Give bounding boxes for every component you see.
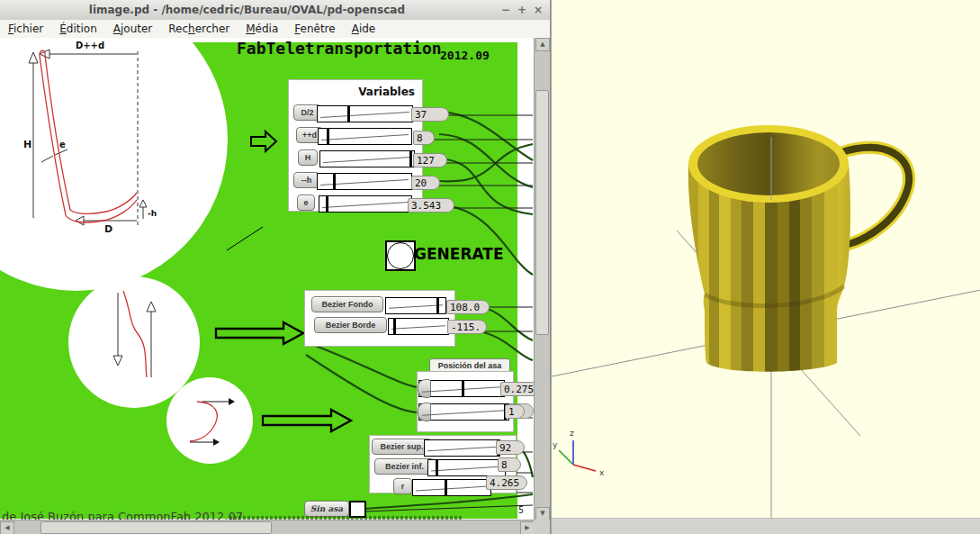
sin-asa-label: Sin asa — [304, 501, 349, 517]
vertical-scroll-thumb[interactable] — [535, 90, 549, 335]
menu-media[interactable]: Média — [238, 23, 286, 35]
svg-text:D++d: D++d — [76, 41, 104, 50]
minimize-button[interactable]: − — [501, 4, 510, 16]
bezier-inf-label: Bezier inf. — [374, 458, 435, 475]
titlebar[interactable]: limage.pd - /home/cedric/Bureau/OVAL/pd-… — [0, 0, 550, 21]
corner-number: 5 — [518, 505, 524, 515]
var-slider-d2[interactable] — [317, 105, 413, 122]
generate-label: GENERATE — [414, 245, 504, 263]
menu-edition[interactable]: Édition — [51, 23, 105, 35]
axis-gizmo: z y x — [553, 429, 605, 477]
window-title: limage.pd - /home/cedric/Bureau/OVAL/pd-… — [0, 4, 494, 16]
axis-z-label: z — [570, 429, 574, 438]
screenshot-root: limage.pd - /home/cedric/Bureau/OVAL/pd-… — [0, 0, 980, 534]
scroll-left-icon[interactable]: ◀ — [0, 521, 14, 534]
menu-ajouter[interactable]: Ajouter — [105, 23, 161, 35]
bezier-borde-label: Bezier Borde — [314, 317, 387, 333]
scroll-down-icon[interactable]: ▼ — [535, 507, 550, 520]
var-value-dd[interactable]: 8 — [413, 131, 435, 145]
menu-fenetre[interactable]: Fenêtre — [286, 23, 343, 35]
variables-box: Variables D/2 37 ++d 8 H 127 --h 20 e 3.… — [288, 79, 423, 212]
var-value-e[interactable]: 3.543 — [408, 198, 454, 213]
horizontal-scrollbar[interactable]: ◀ ▶ — [0, 520, 534, 534]
axis-x-label: x — [599, 468, 605, 477]
scrollbar-corner — [534, 520, 550, 534]
asa-value-2[interactable]: 1 — [505, 404, 525, 419]
menu-fichier[interactable]: Fichier — [0, 23, 51, 35]
bezier-inf-slider[interactable] — [427, 459, 506, 476]
openscad-viewport[interactable]: z y x — [551, 0, 980, 534]
bezier-sup-label: Bezier sup. — [372, 439, 432, 455]
asa-value-1[interactable]: 0.275 — [500, 382, 534, 396]
var-label-e: e — [297, 195, 315, 211]
maximize-button[interactable]: + — [517, 4, 526, 16]
bezier-inf-value[interactable]: 8 — [498, 457, 521, 472]
sketch-circle-bezier-s — [68, 276, 200, 408]
bezier-fondo-value[interactable]: 108.0 — [446, 300, 490, 314]
var-label-h: H — [298, 149, 318, 166]
close-button[interactable]: × — [534, 4, 543, 16]
var-slider-h[interactable] — [319, 150, 415, 167]
menu-rechercher[interactable]: Rechercher — [160, 23, 238, 35]
asa-slider-2[interactable] — [418, 403, 509, 421]
horizontal-scroll-thumb[interactable] — [40, 521, 272, 534]
mug-3d-model — [688, 125, 850, 372]
scroll-right-icon[interactable]: ▶ — [520, 521, 535, 534]
bezier-fondo-slider[interactable] — [385, 297, 446, 314]
pd-patch-window: limage.pd - /home/cedric/Bureau/OVAL/pd-… — [0, 0, 551, 534]
svg-text:-h: -h — [148, 209, 157, 218]
svg-text:e: e — [59, 140, 66, 149]
sketch-circle-bezier-c — [166, 377, 253, 464]
axis-y-label: y — [553, 440, 558, 449]
patch-version: 2012.09 — [440, 49, 490, 62]
patch-title: FabTeletransportation — [237, 39, 442, 58]
scroll-up-icon[interactable]: ▲ — [535, 38, 550, 51]
3d-view: z y x — [552, 0, 980, 534]
bezier-borde-slider[interactable] — [388, 318, 449, 335]
generate-bang-button[interactable] — [385, 240, 416, 271]
svg-text:H: H — [23, 139, 31, 150]
bezier-sup-slider[interactable] — [424, 439, 500, 457]
var-slider-e[interactable] — [319, 195, 412, 213]
vertical-scrollbar[interactable]: ▲ ▼ — [534, 38, 550, 520]
bezier-box: Bezier Fondo Bezier Borde — [304, 290, 455, 347]
variables-title: Variables — [289, 86, 415, 98]
var-value-d2[interactable]: 37 — [411, 107, 449, 122]
menu-aide[interactable]: Aide — [344, 23, 384, 35]
r-value[interactable]: 4.265 — [486, 475, 527, 490]
asa-slider-1[interactable] — [418, 380, 505, 397]
credit-text: de José Buzón para CommonFab 2012.07 — [2, 510, 243, 520]
svg-text:D: D — [104, 223, 112, 235]
r-label: r — [393, 478, 412, 494]
asa-box — [417, 371, 514, 432]
var-value-hh[interactable]: 20 — [411, 176, 440, 190]
viewport-status-strip — [552, 518, 980, 534]
var-slider-hh[interactable] — [317, 173, 412, 190]
sketch-circle-profile — [0, 38, 228, 291]
bezier-borde-value[interactable]: -115. — [447, 320, 487, 334]
var-value-h[interactable]: 127 — [413, 153, 447, 167]
bezier-fondo-label: Bezier Fondo — [311, 296, 383, 312]
var-slider-dd[interactable] — [318, 128, 412, 145]
r-slider[interactable] — [412, 479, 491, 496]
patch-canvas[interactable]: D++d H e D -h — [0, 38, 534, 520]
var-label-hh: --h — [293, 172, 319, 188]
menubar: Fichier Édition Ajouter Rechercher Média… — [0, 20, 550, 39]
bezier-sup-value[interactable]: 92 — [496, 440, 525, 455]
